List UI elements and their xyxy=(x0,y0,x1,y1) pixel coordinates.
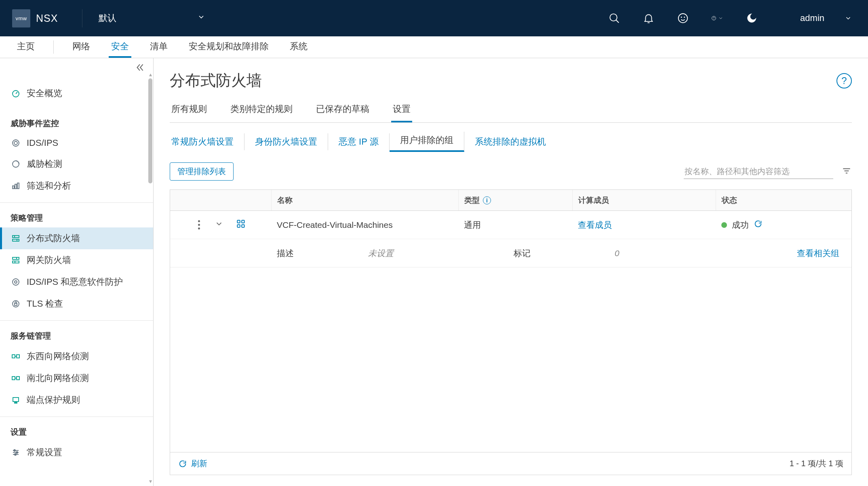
sidebar-general-settings[interactable]: 常规设置 xyxy=(0,442,153,463)
view-grid-icon[interactable] xyxy=(236,219,246,231)
filter-input[interactable] xyxy=(684,164,833,179)
cell-members-link[interactable]: 查看成员 xyxy=(572,219,715,231)
row-menu-icon[interactable] xyxy=(196,218,202,232)
svg-point-10 xyxy=(13,140,19,146)
analytics-icon xyxy=(11,181,21,191)
sidebar-endpoint-protect[interactable]: 端点保护规则 xyxy=(0,389,153,411)
sidebar-heading-threat: 威胁事件监控 xyxy=(0,114,153,133)
scroll-down-arrow[interactable]: ▾ xyxy=(148,478,152,484)
sub-tabs: 常规防火墙设置 身份防火墙设置 恶意 IP 源 用户排除的组 系统排除的虚拟机 xyxy=(170,132,852,152)
th-members[interactable]: 计算成员 xyxy=(572,190,715,210)
svg-line-9 xyxy=(16,92,17,94)
radar-icon xyxy=(11,159,21,169)
sidebar-scrollbar-thumb[interactable] xyxy=(148,78,152,183)
svg-rect-20 xyxy=(13,257,19,259)
nav-inventory[interactable]: 清单 xyxy=(147,36,170,58)
page-help-icon[interactable]: ? xyxy=(836,73,852,88)
sidebar-tls-inspect[interactable]: TLS 检查 xyxy=(0,293,153,315)
svg-point-24 xyxy=(13,279,19,285)
svg-rect-28 xyxy=(12,355,15,358)
product-name: NSX xyxy=(36,13,58,24)
search-icon[interactable] xyxy=(608,12,620,24)
sidebar-threat-detect[interactable]: 威胁检测 xyxy=(0,153,153,175)
divider xyxy=(0,417,153,417)
sidebar-item-label: 安全概览 xyxy=(27,87,62,99)
bell-icon[interactable] xyxy=(643,12,655,24)
manage-exclusion-button[interactable]: 管理排除列表 xyxy=(170,162,234,181)
row-controls xyxy=(170,218,271,232)
svg-line-1 xyxy=(616,20,619,23)
sidebar-ids-ips[interactable]: IDS/IPS xyxy=(0,133,153,153)
sidebar-item-label: 南北向网络侦测 xyxy=(27,372,89,384)
svg-point-4 xyxy=(681,17,682,17)
view-related-link[interactable]: 查看相关组 xyxy=(797,248,851,259)
svg-rect-45 xyxy=(237,220,240,223)
expand-row-icon[interactable] xyxy=(215,219,223,230)
sidebar-gw-firewall[interactable]: 网关防火墙 xyxy=(0,249,153,271)
sidebar-item-label: 分布式防火墙 xyxy=(27,232,80,244)
divider xyxy=(0,320,153,321)
table-detail-row: 描述 未设置 标记 0 查看相关组 xyxy=(170,239,851,267)
subtab-user-excluded[interactable]: 用户排除的组 xyxy=(390,132,464,152)
moon-icon[interactable] xyxy=(746,12,758,24)
cell-name: VCF-Created-Virtual-Machines xyxy=(271,220,458,230)
sidebar-item-label: IDS/IPS xyxy=(27,138,58,148)
smile-icon[interactable] xyxy=(677,12,689,24)
nav-security[interactable]: 安全 xyxy=(109,36,131,58)
nav-network[interactable]: 网络 xyxy=(70,36,93,58)
subtab-malicious-ip[interactable]: 恶意 IP 源 xyxy=(328,133,390,150)
lock-icon xyxy=(11,299,21,309)
cell-type: 通用 xyxy=(458,219,572,231)
sidebar-overview[interactable]: 安全概览 xyxy=(0,82,153,104)
tab-cat-rules[interactable]: 类别特定的规则 xyxy=(229,100,294,122)
sidebar: ▴ ▾ 安全概览 威胁事件监控 IDS/IPS 威胁检测 筛选和分析 xyxy=(0,58,154,486)
svg-rect-17 xyxy=(13,239,19,241)
sidebar-ids-malware[interactable]: IDS/IPS 和恶意软件防护 xyxy=(0,271,153,293)
tab-all-rules[interactable]: 所有规则 xyxy=(170,100,209,122)
nav-planning[interactable]: 安全规划和故障排除 xyxy=(186,36,271,58)
status-refresh-icon[interactable] xyxy=(754,219,763,230)
cell-status: 成功 xyxy=(716,219,851,231)
exclusion-table: 名称 类型 i 计算成员 状态 VCF-Created-Virtual-Mach… xyxy=(170,189,852,475)
tenant-label: 默认 xyxy=(99,12,116,24)
subtab-general-fw[interactable]: 常规防火墙设置 xyxy=(170,133,244,150)
filter-icon[interactable] xyxy=(841,166,852,177)
nav-system[interactable]: 系统 xyxy=(287,36,310,58)
tab-settings[interactable]: 设置 xyxy=(391,100,412,122)
sidebar-filter-analyze[interactable]: 筛选和分析 xyxy=(0,175,153,197)
tenant-selector[interactable]: 默认 xyxy=(99,12,205,24)
help-icon[interactable] xyxy=(711,12,723,24)
info-icon[interactable]: i xyxy=(483,196,491,204)
tab-drafts[interactable]: 已保存的草稿 xyxy=(314,100,371,122)
sidebar-ew-scout[interactable]: 东西向网络侦测 xyxy=(0,345,153,367)
th-controls xyxy=(170,190,271,210)
header-actions: admin xyxy=(608,12,852,24)
svg-rect-47 xyxy=(237,225,240,227)
endpoint-icon xyxy=(11,395,21,405)
subtab-system-excluded[interactable]: 系统排除的虚拟机 xyxy=(464,133,556,150)
collapse-sidebar-icon[interactable] xyxy=(135,62,145,75)
sidebar-item-label: IDS/IPS 和恶意软件防护 xyxy=(27,276,123,288)
chevron-down-icon xyxy=(197,13,205,23)
refresh-table-button[interactable]: 刷新 xyxy=(178,458,207,469)
sidebar-ns-scout[interactable]: 南北向网络侦测 xyxy=(0,367,153,389)
svg-point-5 xyxy=(684,17,685,17)
svg-rect-27 xyxy=(15,303,17,305)
subtab-id-fw[interactable]: 身份防火墙设置 xyxy=(244,133,328,150)
svg-rect-21 xyxy=(13,261,19,263)
detail-tag-label: 标记 xyxy=(514,248,615,259)
user-menu[interactable]: admin xyxy=(800,13,852,23)
th-type[interactable]: 类型 i xyxy=(458,190,572,210)
sidebar-item-label: 东西向网络侦测 xyxy=(27,350,89,362)
sidebar-item-label: 端点保护规则 xyxy=(27,394,80,406)
refresh-label: 刷新 xyxy=(191,458,207,469)
sidebar-heading-chain: 服务链管理 xyxy=(0,326,153,345)
nav-home[interactable]: 主页 xyxy=(15,36,37,58)
detail-desc-value: 未设置 xyxy=(368,248,514,259)
th-name[interactable]: 名称 xyxy=(271,190,458,210)
ew-traffic-icon xyxy=(11,351,21,362)
scroll-up-arrow[interactable]: ▴ xyxy=(148,71,152,78)
detail-desc-label: 描述 xyxy=(271,248,368,259)
th-status[interactable]: 状态 xyxy=(716,190,851,210)
sidebar-dist-firewall[interactable]: 分布式防火墙 xyxy=(0,227,153,249)
